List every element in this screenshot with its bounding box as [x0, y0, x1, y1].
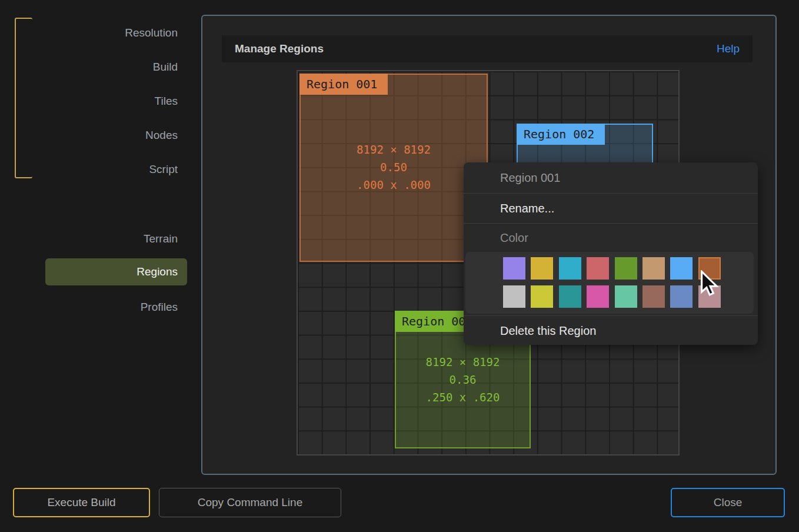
copy-command-line-button[interactable]: Copy Command Line — [159, 488, 341, 517]
color-swatch[interactable] — [670, 257, 693, 280]
region-002-label: Region 002 — [517, 124, 605, 145]
color-swatch[interactable] — [559, 257, 581, 280]
region-context-menu: Region 001 Rename... Color Delete this R… — [464, 162, 758, 345]
panel-header: Manage Regions Help — [222, 35, 753, 62]
color-swatch[interactable] — [615, 285, 637, 308]
region-003-info: 8192 × 8192 0.36 .250 x .620 — [396, 353, 530, 406]
region-size: 8192 × 8192 — [301, 141, 487, 158]
color-swatch[interactable] — [587, 257, 609, 280]
sidebar-item-regions[interactable]: Regions — [45, 258, 187, 285]
region-offset: .000 x .000 — [301, 176, 487, 194]
region-001-info: 8192 × 8192 0.50 .000 x .000 — [301, 141, 487, 194]
sidebar-item-profiles[interactable]: Profiles — [0, 299, 178, 315]
region-001-label: Region 001 — [299, 74, 388, 95]
color-swatch[interactable] — [642, 285, 665, 308]
sidebar-item-resolution[interactable]: Resolution — [0, 25, 178, 41]
color-swatch[interactable] — [531, 257, 553, 280]
execute-build-button[interactable]: Execute Build — [13, 488, 150, 517]
region-size: 8192 × 8192 — [396, 353, 530, 371]
sidebar-item-tiles[interactable]: Tiles — [0, 93, 178, 109]
app-window: Resolution Build Tiles Nodes Script Terr… — [0, 0, 799, 532]
region-scale: 0.50 — [301, 158, 487, 176]
region-001[interactable]: Region 001 8192 × 8192 0.50 .000 x .000 — [299, 74, 488, 262]
menu-item-delete-region[interactable]: Delete this Region — [464, 316, 758, 345]
context-menu-title: Region 001 — [464, 162, 758, 193]
color-swatch[interactable] — [531, 285, 553, 308]
color-swatch[interactable] — [670, 285, 693, 308]
sidebar-item-nodes[interactable]: Nodes — [0, 127, 178, 144]
color-swatch[interactable] — [587, 285, 609, 308]
help-link[interactable]: Help — [717, 42, 740, 55]
region-offset: .250 x .620 — [396, 388, 530, 406]
color-swatch[interactable] — [503, 257, 525, 280]
sidebar-item-build[interactable]: Build — [0, 59, 178, 75]
color-section-label: Color — [464, 224, 758, 252]
region-scale: 0.36 — [396, 371, 530, 388]
color-swatch[interactable] — [615, 257, 637, 280]
color-swatch[interactable] — [503, 285, 525, 308]
color-swatch[interactable] — [559, 285, 581, 308]
menu-item-rename[interactable]: Rename... — [464, 194, 758, 223]
mouse-cursor-icon — [700, 270, 719, 297]
sidebar-item-script[interactable]: Script — [0, 161, 178, 178]
color-swatch[interactable] — [642, 257, 665, 280]
sidebar-item-terrain[interactable]: Terrain — [0, 231, 178, 247]
close-button[interactable]: Close — [671, 488, 785, 517]
page-title: Manage Regions — [235, 42, 324, 55]
